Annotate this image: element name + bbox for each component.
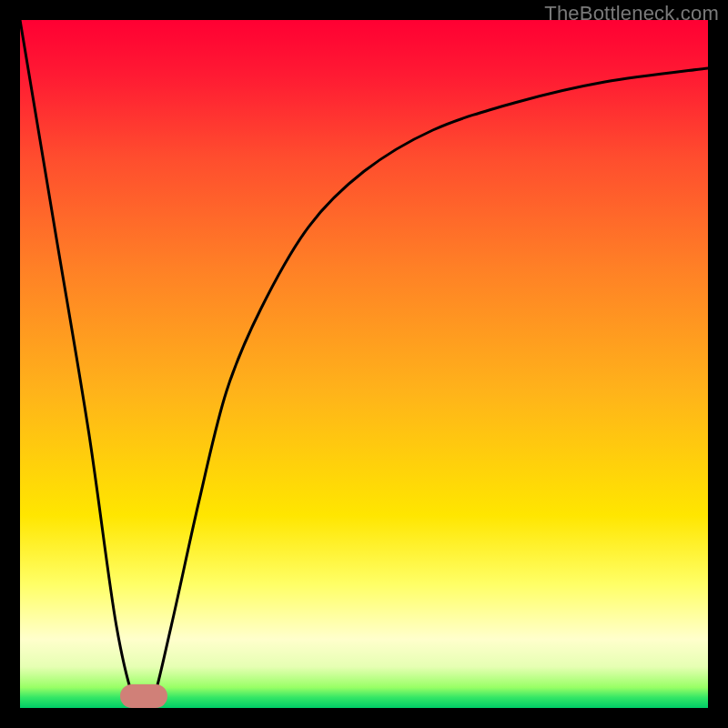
chart-frame: TheBottleneck.com (0, 0, 728, 728)
optimal-zone-marker (120, 684, 167, 708)
plot-area (20, 20, 708, 708)
watermark-text: TheBottleneck.com (544, 2, 719, 25)
bottleneck-curve (20, 20, 708, 708)
curve-layer (20, 20, 708, 708)
